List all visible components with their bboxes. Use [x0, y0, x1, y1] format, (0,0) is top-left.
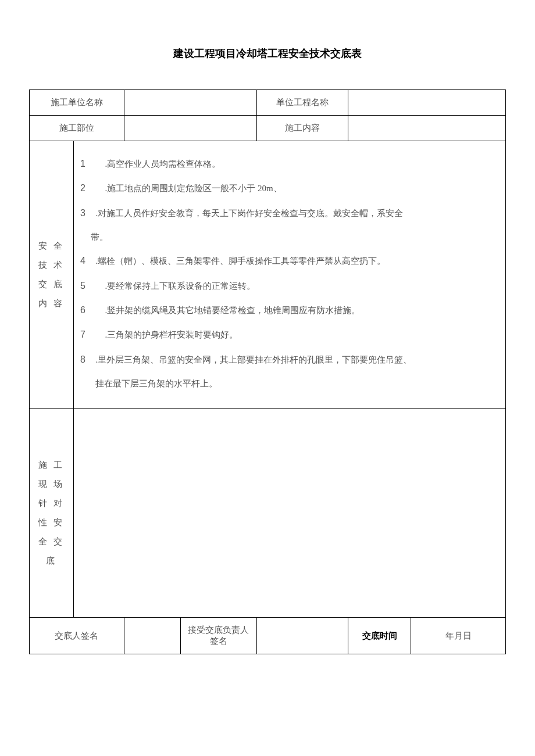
construction-part-value[interactable] — [124, 116, 256, 141]
item-num-2: 2 — [83, 177, 85, 199]
item-text-6: .竖井架的缆风绳及其它地锚要经常检查，地锥周围应有防水措施。 — [105, 306, 361, 315]
safety-tech-content: 1 .高空作业人员均需检查体格。 2 .施工地点的周围划定危险区一般不小于 20… — [73, 141, 505, 409]
signature-row: 交底人签名 接受交底负责人签名 交底时间 年月日 — [30, 618, 506, 654]
discloser-sign-label: 交底人签名 — [30, 618, 124, 654]
item-text-3: .对施工人员作好安全教育，每天上下岗作好安全检查与交底。戴安全帽，系安全 — [96, 209, 404, 218]
item-text-5: .要经常保持上下联系设备的正常运转。 — [105, 281, 256, 291]
item-text-1: .高空作业人员均需检查体格。 — [105, 159, 221, 169]
item-text-8b: 挂在最下层三角架的水平杆上。 — [95, 379, 217, 388]
receiver-sign-label: 接受交底负责人签名 — [181, 618, 256, 654]
item-text-7: .三角架的护身栏杆安装时要钩好。 — [105, 330, 238, 339]
item-text-4: .螺栓（帽）、模板、三角架零件、脚手板操作工具等零件严禁从高空扔下。 — [96, 256, 386, 266]
item-num-3: 3 — [83, 202, 85, 224]
item-num-6: 6 — [83, 299, 85, 321]
project-name-value[interactable] — [348, 90, 505, 116]
safety-tech-label: 安 全 技 术 交 底 内 容 — [30, 141, 74, 409]
receiver-sign-value[interactable] — [256, 618, 348, 654]
disclosure-time-value[interactable]: 年月日 — [411, 618, 506, 654]
item-num-5: 5 — [83, 275, 85, 297]
site-specific-section-row: 施 工 现 场 针 对 性 安 全 交 底 — [30, 409, 506, 618]
item-num-1: 1 — [83, 153, 85, 175]
construction-content-value[interactable] — [348, 116, 505, 141]
item-text-3b: 带。 — [91, 232, 108, 242]
item-text-8: .里外层三角架、吊篮的安全网，其上部要挂在外排杆的孔眼里，下部要兜住吊篮、 — [96, 355, 412, 364]
construction-content-label: 施工内容 — [256, 116, 348, 141]
discloser-sign-value[interactable] — [124, 618, 181, 654]
header-row-1: 施工单位名称 单位工程名称 — [30, 90, 506, 116]
header-row-2: 施工部位 施工内容 — [30, 116, 506, 141]
site-specific-content[interactable] — [73, 409, 505, 618]
disclosure-form-table: 施工单位名称 单位工程名称 施工部位 施工内容 安 全 技 术 交 底 内 容 … — [29, 89, 506, 654]
project-name-label: 单位工程名称 — [256, 90, 348, 116]
construction-unit-label: 施工单位名称 — [30, 90, 124, 116]
item-num-7: 7 — [83, 324, 85, 346]
disclosure-time-label: 交底时间 — [348, 618, 411, 654]
item-num-4: 4 — [83, 250, 85, 272]
construction-part-label: 施工部位 — [30, 116, 124, 141]
item-num-8: 8 — [83, 349, 85, 371]
document-title: 建设工程项目冷却塔工程安全技术交底表 — [29, 46, 506, 60]
item-text-2: .施工地点的周围划定危险区一般不小于 20m、 — [105, 184, 282, 193]
construction-unit-value[interactable] — [124, 90, 256, 116]
safety-tech-section-row: 安 全 技 术 交 底 内 容 1 .高空作业人员均需检查体格。 2 .施工地点… — [30, 141, 506, 409]
site-specific-label: 施 工 现 场 针 对 性 安 全 交 底 — [30, 409, 74, 618]
